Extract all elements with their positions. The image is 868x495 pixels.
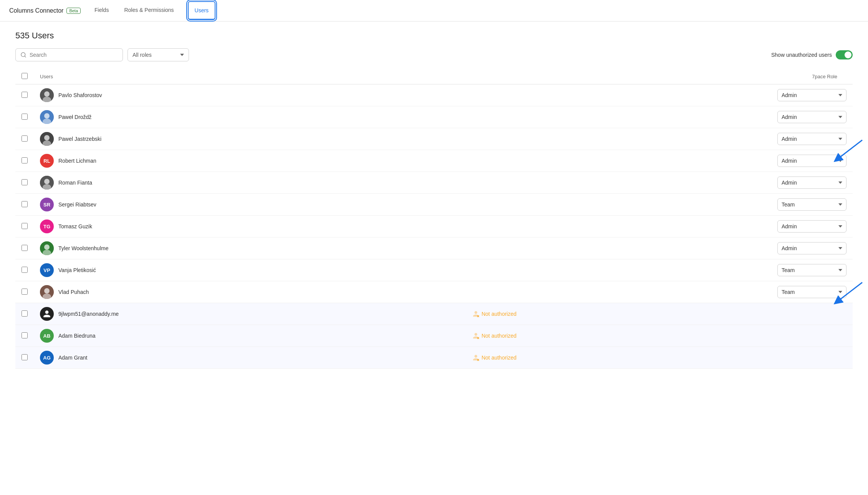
role-select[interactable]: Admin Team Viewer [777, 264, 846, 276]
table-row: SR Sergei Riabtsev Admin Team Viewer [15, 194, 853, 216]
toolbar: All roles Show unauthorized users [15, 48, 853, 61]
user-cell: Tyler Woolstenhulme [40, 241, 460, 255]
table-row: Vlad Puhach Admin Team Viewer [15, 281, 853, 303]
not-authorized-label: Not authorized [472, 354, 846, 361]
svg-point-12 [44, 179, 50, 184]
beta-badge: Beta [66, 8, 81, 14]
user-cell: Roman Fianta [40, 176, 460, 190]
row-checkbox[interactable] [22, 245, 28, 251]
toggle-row: Show unauthorized users [771, 50, 853, 59]
search-box[interactable] [15, 48, 123, 61]
user-name: Tyler Woolstenhulme [58, 245, 108, 251]
not-authorized-label: Not authorized [472, 310, 846, 317]
main-content: 535 Users All roles Show unauthorized us… [0, 21, 868, 378]
table-row: TG Tomasz Guzik Admin Team Viewer [15, 216, 853, 238]
page-title: 535 Users [15, 31, 853, 41]
not-authorized-label: Not authorized [472, 332, 846, 339]
user-x-icon [472, 332, 479, 339]
avatar: AB [40, 329, 54, 343]
user-cell: Vlad Puhach [40, 285, 460, 299]
table-row: Pawel Jastrzebski Admin Team Viewer [15, 128, 853, 150]
user-name: Sergei Riabtsev [58, 201, 96, 208]
avatar [40, 307, 54, 321]
table-row: AG Adam Grant Not authorized [15, 347, 853, 369]
col-role: 7pace Role [466, 69, 853, 84]
row-checkbox[interactable] [22, 179, 28, 185]
row-checkbox[interactable] [22, 92, 28, 98]
avatar [40, 176, 54, 190]
avatar: AG [40, 351, 54, 365]
avatar: SR [40, 198, 54, 211]
row-checkbox[interactable] [22, 201, 28, 207]
row-checkbox[interactable] [22, 114, 28, 120]
unauthorized-toggle[interactable] [836, 50, 853, 59]
row-checkbox[interactable] [22, 157, 28, 163]
user-cell: AG Adam Grant [40, 351, 460, 365]
user-cell: TG Tomasz Guzik [40, 219, 460, 233]
avatar [40, 241, 54, 255]
table-row: RL Robert Lichman Admin Team Viewer [15, 150, 853, 172]
table-row: AB Adam Biedruna Not authorized [15, 325, 853, 347]
user-cell: Pawel Jastrzebski [40, 132, 460, 146]
tab-roles[interactable]: Roles & Permissions [123, 1, 175, 20]
role-select[interactable]: Admin Team Viewer [777, 155, 846, 167]
user-name: 9jlwpm51@anonaddy.me [58, 311, 119, 317]
tab-users[interactable]: Users [188, 1, 216, 20]
avatar [40, 88, 54, 102]
role-select[interactable]: Admin Team Viewer [777, 220, 846, 233]
user-x-icon [472, 354, 479, 361]
avatar: TG [40, 219, 54, 233]
table-container: Users 7pace Role Pavlo Shaforostov Admin… [15, 69, 853, 369]
role-select[interactable]: Admin Team Viewer [777, 133, 846, 145]
role-select[interactable]: Admin Team Viewer [777, 198, 846, 211]
row-checkbox[interactable] [22, 332, 28, 338]
row-checkbox[interactable] [22, 135, 28, 142]
role-select[interactable]: Admin Team Viewer [777, 89, 846, 101]
user-cell: RL Robert Lichman [40, 154, 460, 168]
app-name-label: Columns Connector [9, 7, 63, 14]
user-name: Adam Biedruna [58, 333, 96, 339]
user-cell: 9jlwpm51@anonaddy.me [40, 307, 460, 321]
user-name: Pavlo Shaforostov [58, 92, 102, 98]
table-row: Paweł Droždž Admin Team Viewer [15, 106, 853, 128]
role-select[interactable]: Admin Team Viewer [777, 111, 846, 123]
chevron-down-icon [180, 54, 184, 56]
user-name: Vanja Pletikosić [58, 267, 96, 273]
table-row: Tyler Woolstenhulme Admin Team Viewer [15, 238, 853, 259]
row-checkbox[interactable] [22, 310, 28, 317]
row-checkbox[interactable] [22, 223, 28, 229]
table-row: VP Vanja Pletikosić Admin Team Viewer [15, 259, 853, 281]
user-name: Adam Grant [58, 355, 87, 361]
user-x-icon [472, 310, 479, 317]
role-select[interactable]: Admin Team Viewer [777, 242, 846, 254]
user-name: Tomasz Guzik [58, 223, 92, 229]
role-select[interactable]: Admin Team Viewer [777, 177, 846, 189]
user-cell: AB Adam Biedruna [40, 329, 460, 343]
app-title: Columns Connector Beta [9, 7, 81, 14]
svg-point-15 [44, 244, 50, 250]
svg-point-6 [44, 113, 50, 119]
col-users: Users [34, 69, 466, 84]
row-checkbox[interactable] [22, 354, 28, 360]
avatar [40, 132, 54, 146]
tab-fields[interactable]: Fields [93, 1, 110, 20]
search-icon [20, 52, 27, 58]
avatar [40, 110, 54, 124]
avatar: RL [40, 154, 54, 168]
table-row: Pavlo Shaforostov Admin Team Viewer [15, 84, 853, 106]
svg-point-18 [44, 288, 50, 294]
svg-point-3 [44, 91, 50, 97]
role-select[interactable]: Admin Team Viewer [777, 286, 846, 298]
user-cell: Paweł Droždž [40, 110, 460, 124]
select-all-checkbox[interactable] [22, 73, 28, 79]
row-checkbox[interactable] [22, 267, 28, 273]
avatar [40, 285, 54, 299]
roles-dropdown[interactable]: All roles [128, 48, 189, 61]
nav-bar: Columns Connector Beta Fields Roles & Pe… [0, 0, 868, 21]
show-unauthorized-label: Show unauthorized users [771, 52, 832, 58]
search-input[interactable] [30, 52, 118, 58]
user-name: Paweł Droždž [58, 114, 91, 120]
roles-dropdown-label: All roles [133, 52, 152, 58]
table-row: 9jlwpm51@anonaddy.me Not authorized [15, 303, 853, 325]
row-checkbox[interactable] [22, 289, 28, 295]
